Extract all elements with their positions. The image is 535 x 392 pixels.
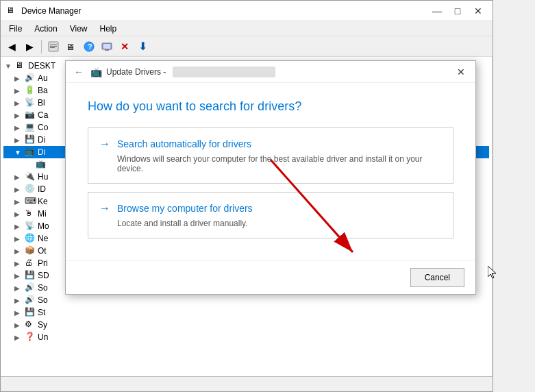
update-drivers-dialog: ← 📺 Update Drivers - ✕ How do you want t… [65,60,476,295]
tree-label: Ba [38,86,48,95]
search-auto-option[interactable]: → Search automatically for drivers Windo… [88,127,453,184]
download-button[interactable]: ⬇ [134,38,151,55]
dialog-icon: 📺 [90,66,102,77]
tree-label: St [38,308,45,317]
search-auto-title: Search automatically for drivers [117,138,251,149]
title-bar-left: 🖥 Device Manager [6,5,81,16]
close-button[interactable]: ✕ [469,4,487,18]
menu-bar: File Action View Help [1,21,493,36]
tree-label: Sy [38,320,47,330]
svg-text:?: ? [88,42,92,51]
scan-button[interactable] [99,38,115,55]
dialog-title-text: Update Drivers - [106,67,166,77]
toolbar: ◀ ▶ 🖥 ? [1,36,493,57]
menu-help[interactable]: Help [95,23,123,35]
tree-label: Mi [38,209,47,219]
tree-item-system[interactable]: ▶ ⚙ Sy [3,319,489,331]
svg-rect-2 [50,46,57,47]
menu-file[interactable]: File [3,23,27,35]
tree-item-sound2[interactable]: ▶ 🔊 So [3,294,489,306]
dialog-title-device-name [173,66,275,77]
tree-label: Di [38,135,45,145]
tree-label: SD [38,271,49,280]
window-title: Device Manager [21,6,81,16]
remove-button[interactable]: ✕ [116,38,133,55]
root-icon: 🖥 [15,60,26,71]
arrow-icon-auto: → [99,138,110,150]
update-driver-button[interactable]: 🖥 [63,38,79,55]
option-title-row-auto: → Search automatically for drivers [99,138,442,150]
maximize-button[interactable]: □ [449,4,466,18]
help-button[interactable]: ? [81,38,97,55]
tree-item-unknown[interactable]: ▶ ❓ Un [3,331,489,343]
tree-label: Ca [38,110,48,120]
dialog-close-button[interactable]: ✕ [452,64,470,79]
cancel-button[interactable]: Cancel [410,268,464,287]
tree-item-storage[interactable]: ▶ 💾 St [3,306,489,319]
tree-label: Di [38,147,45,157]
title-bar: 🖥 Device Manager — □ ✕ [1,1,493,21]
tree-label: Un [38,332,48,342]
back-button[interactable]: ◀ [3,38,20,55]
properties-button[interactable] [45,38,62,55]
tree-label: Ke [38,197,48,206]
svg-rect-1 [50,45,57,45]
tree-label: Pri [38,258,48,268]
tree-label: Ot [38,246,47,256]
browse-desc: Locate and install a driver manually. [117,219,442,228]
tree-label: Hu [38,172,48,182]
minimize-button[interactable]: — [428,4,446,18]
svg-rect-8 [105,49,109,51]
browse-option[interactable]: → Browse my computer for drivers Locate … [88,192,453,238]
expand-root-icon: ▼ [5,62,13,70]
title-bar-controls: — □ ✕ [428,4,487,18]
browse-title: Browse my computer for drivers [117,203,253,214]
toolbar-separator [41,40,42,53]
tree-label: So [38,283,48,293]
app-icon: 🖥 [6,5,17,16]
option-title-row-browse: → Browse my computer for drivers [99,202,442,215]
arrow-icon-browse: → [99,202,110,215]
tree-label: Bl [38,98,45,108]
dialog-heading: How do you want to search for drivers? [88,99,453,114]
tree-label: Au [38,73,48,83]
forward-button[interactable]: ▶ [21,38,38,55]
tree-label: Ne [38,234,48,243]
status-bar [1,376,493,391]
tree-label: So [38,295,48,305]
svg-text:🖥: 🖥 [66,42,75,52]
root-label: DESKT [28,61,55,71]
tree-label: Co [38,123,48,132]
search-auto-desc: Windows will search your computer for th… [117,154,442,173]
dialog-title-left: ← 📺 Update Drivers - [71,64,275,79]
tree-label: ID [38,184,46,194]
svg-rect-9 [103,44,110,49]
dialog-back-button[interactable]: ← [71,64,86,79]
dialog-body: How do you want to search for drivers? →… [66,83,475,260]
menu-view[interactable]: View [64,23,93,35]
tree-label: Mo [38,221,49,231]
svg-rect-3 [50,47,55,48]
menu-action[interactable]: Action [29,23,62,35]
dialog-title-bar: ← 📺 Update Drivers - ✕ [66,61,475,83]
dialog-footer: Cancel [66,260,475,294]
